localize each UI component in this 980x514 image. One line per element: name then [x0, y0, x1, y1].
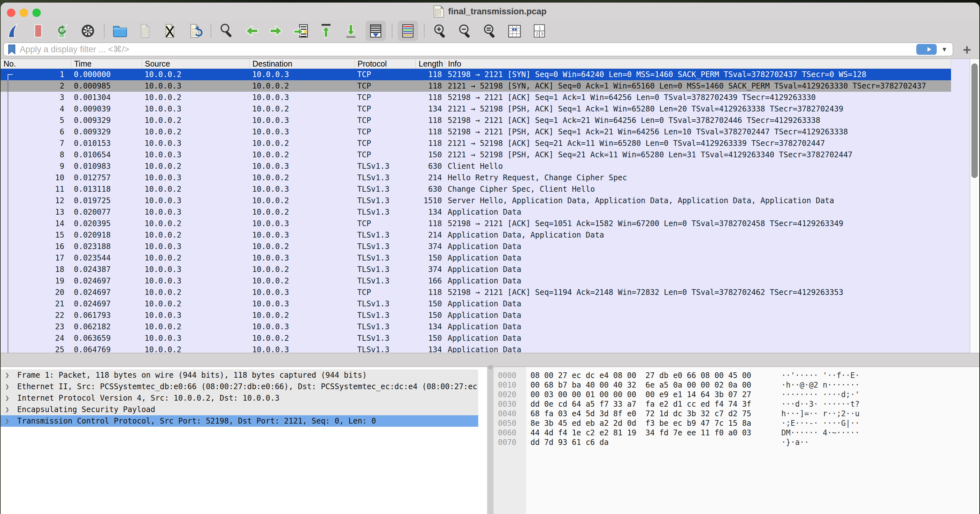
- packet-row-8[interactable]: 80.01065410.0.0.310.0.0.2TCP1502121 → 52…: [1, 149, 951, 161]
- start-capture-fin-button[interactable]: [3, 21, 24, 41]
- detail-row-5[interactable]: ❯Transmission Control Protocol, Src Port…: [1, 415, 478, 427]
- detail-row-1[interactable]: ❯Frame 1: Packet, 118 bytes on wire (944…: [1, 369, 478, 381]
- packet-row-22[interactable]: 220.06179310.0.0.310.0.0.2TLSv1.3150Appl…: [1, 310, 951, 321]
- hex-row-0040[interactable]: 004068 fa 03 e4 5d 3d 8f e0 72 1d dc 3b …: [493, 409, 979, 419]
- packet-row-5[interactable]: 50.00932910.0.0.210.0.0.3TCP11852198 → 2…: [1, 115, 951, 126]
- cell-len: 374: [416, 241, 445, 252]
- packet-row-13[interactable]: 130.02007710.0.0.310.0.0.2TLSv1.3134Appl…: [1, 206, 951, 218]
- stop-capture-button[interactable]: [28, 21, 48, 41]
- packet-row-24[interactable]: 240.06365910.0.0.310.0.0.2TLSv1.3150Appl…: [1, 333, 951, 344]
- restart-capture-button[interactable]: [53, 21, 73, 41]
- capture-options-gear-button[interactable]: [78, 21, 98, 41]
- column-header-no[interactable]: No.: [1, 59, 71, 68]
- colorize-packets-button[interactable]: [398, 21, 418, 41]
- packet-row-23[interactable]: 230.06218210.0.0.210.0.0.3TLSv1.3134Appl…: [1, 321, 951, 333]
- zoom-in-button[interactable]: [430, 21, 450, 41]
- cell-src: 10.0.0.3: [142, 195, 250, 206]
- auto-scroll-button[interactable]: [366, 21, 386, 41]
- cell-len: 214: [416, 172, 445, 183]
- expander-chevron-icon[interactable]: ❯: [5, 415, 9, 427]
- column-header-source[interactable]: Source: [142, 59, 250, 68]
- packet-row-15[interactable]: 150.02091810.0.0.210.0.0.3TLSv1.3214Appl…: [1, 229, 951, 241]
- go-forward-button[interactable]: [266, 21, 286, 41]
- column-header-info[interactable]: Info: [445, 59, 951, 68]
- hex-row-0030[interactable]: 0030dd 0e cd 64 a5 f7 33 a7 fa e2 d1 cc …: [493, 399, 979, 409]
- cell-no: 10: [1, 172, 71, 183]
- apply-filter-button[interactable]: [916, 44, 937, 55]
- go-back-button[interactable]: [241, 21, 262, 41]
- cell-info: Application Data: [445, 333, 951, 344]
- hex-row-0010[interactable]: 001000 68 b7 ba 40 00 40 32 6e a5 0a 00 …: [493, 380, 979, 390]
- hex-row-0070[interactable]: 0070dd 7d 93 61 c6 da·}·a··: [493, 438, 979, 447]
- packet-row-4[interactable]: 40.00903910.0.0.310.0.0.2TCP1342121 → 52…: [1, 103, 951, 115]
- filter-dropdown-caret[interactable]: ▼: [941, 46, 948, 53]
- zoom-100-button[interactable]: [479, 21, 500, 41]
- detail-row-4[interactable]: ❯Encapsulating Security Payload: [1, 404, 478, 415]
- packet-row-14[interactable]: 140.02039510.0.0.210.0.0.3TCP11852198 → …: [1, 218, 951, 229]
- packet-row-16[interactable]: 160.02318810.0.0.310.0.0.2TLSv1.3374Appl…: [1, 241, 951, 252]
- zoom-out-button[interactable]: [455, 21, 475, 41]
- cell-proto: TLSv1.3: [355, 252, 416, 264]
- scrollbar-thumb[interactable]: [971, 64, 978, 178]
- reload-file-button[interactable]: 010101100111: [185, 21, 205, 41]
- svg-text:0110: 0110: [142, 31, 148, 34]
- cell-src: 10.0.0.2: [142, 218, 250, 229]
- packet-row-11[interactable]: 110.01311810.0.0.210.0.0.3TLSv1.3630Chan…: [1, 183, 951, 195]
- packet-row-9[interactable]: 90.01098310.0.0.210.0.0.3TLSv1.3630Clien…: [1, 161, 951, 172]
- column-header-time[interactable]: Time: [71, 59, 142, 68]
- column-header-length[interactable]: Length: [416, 59, 445, 68]
- horizontal-splitter[interactable]: [1, 353, 979, 366]
- expander-chevron-icon[interactable]: ❯: [5, 392, 9, 404]
- close-file-button[interactable]: 010101100111: [159, 21, 180, 41]
- packet-row-18[interactable]: 180.02438710.0.0.310.0.0.2TLSv1.3374Appl…: [1, 264, 951, 275]
- expander-chevron-icon[interactable]: ❯: [5, 369, 9, 381]
- packet-row-20[interactable]: 200.02469710.0.0.210.0.0.3TCP11852198 → …: [1, 286, 951, 298]
- expander-chevron-icon[interactable]: ❯: [5, 381, 9, 392]
- display-filter-input[interactable]: [19, 44, 916, 55]
- add-filter-button[interactable]: +: [963, 41, 971, 59]
- cell-proto: TCP: [355, 286, 416, 298]
- hex-row-0060[interactable]: 006044 4d f4 1e c2 e2 81 19 34 fd 7e ee …: [493, 428, 979, 438]
- packet-row-21[interactable]: 210.02469710.0.0.210.0.0.3TLSv1.3150Appl…: [1, 298, 951, 310]
- filter-bookmark-icon[interactable]: [8, 44, 16, 54]
- packet-row-12[interactable]: 120.01972510.0.0.310.0.0.2TLSv1.31510Ser…: [1, 195, 951, 206]
- cell-no: 6: [1, 126, 71, 138]
- hex-row-0020[interactable]: 002000 03 00 00 01 00 00 00 00 e9 e1 14 …: [493, 390, 979, 399]
- detail-text: Encapsulating Security Payload: [17, 404, 155, 415]
- packet-row-25[interactable]: 250.06476910.0.0.210.0.0.3TLSv1.3134Appl…: [1, 344, 951, 353]
- cell-info: Application Data: [445, 298, 951, 310]
- splitter-handle[interactable]: [488, 365, 493, 369]
- hex-row-0000[interactable]: 000008 00 27 ec dc e4 08 00 27 db e0 66 …: [493, 371, 979, 380]
- packet-row-1[interactable]: 10.00000010.0.0.210.0.0.3TCP11852198 → 2…: [1, 69, 951, 80]
- column-header-protocol[interactable]: Protocol: [355, 59, 416, 68]
- go-to-packet-button[interactable]: [291, 21, 311, 41]
- save-file-button[interactable]: 010101100111: [135, 21, 155, 41]
- layout-panes-button[interactable]: 123: [529, 21, 550, 41]
- expander-chevron-icon[interactable]: ❯: [5, 404, 9, 415]
- packet-row-2[interactable]: 20.00098510.0.0.310.0.0.2TCP1182121 → 52…: [1, 80, 951, 92]
- column-header-destination[interactable]: Destination: [250, 59, 355, 68]
- packet-row-10[interactable]: 100.01275710.0.0.310.0.0.2TLSv1.3214Hell…: [1, 172, 951, 183]
- vertical-splitter[interactable]: [487, 367, 493, 514]
- resize-columns-button[interactable]: [504, 21, 525, 41]
- packet-row-7[interactable]: 70.01015310.0.0.310.0.0.2TCP1182121 → 52…: [1, 138, 951, 149]
- go-back-icon: [243, 22, 260, 39]
- go-to-bottom-button[interactable]: [340, 21, 361, 41]
- packet-row-17[interactable]: 170.02354410.0.0.210.0.0.3TLSv1.3150Appl…: [1, 252, 951, 264]
- packet-row-3[interactable]: 30.00130410.0.0.210.0.0.3TCP11852198 → 2…: [1, 92, 951, 103]
- detail-row-3[interactable]: ❯Internet Protocol Version 4, Src: 10.0.…: [1, 392, 478, 404]
- cell-info: 52198 → 2121 [ACK] Seq=1194 Ack=2148 Win…: [445, 286, 951, 298]
- packet-list-scrollbar[interactable]: [970, 59, 979, 353]
- packet-row-6[interactable]: 60.00932910.0.0.210.0.0.3TCP11852198 → 2…: [1, 126, 951, 138]
- packet-row-19[interactable]: 190.02469710.0.0.310.0.0.2TLSv1.3166Appl…: [1, 275, 951, 286]
- go-to-top-button[interactable]: [316, 21, 336, 41]
- open-file-folder-button[interactable]: [110, 21, 130, 41]
- cell-proto: TCP: [355, 115, 416, 126]
- detail-row-2[interactable]: ❯Ethernet II, Src: PCSSystemtec_db:e0:66…: [1, 381, 478, 392]
- hex-row-0050[interactable]: 00508e 3b 45 ed eb a2 2d 0d f3 be ec b9 …: [493, 419, 979, 428]
- capture-options-gear-icon: [80, 22, 96, 39]
- cell-time: 0.020395: [71, 218, 142, 229]
- find-packet-button[interactable]: [216, 21, 237, 41]
- cell-proto: TLSv1.3: [355, 241, 416, 252]
- cell-no: 25: [1, 344, 71, 353]
